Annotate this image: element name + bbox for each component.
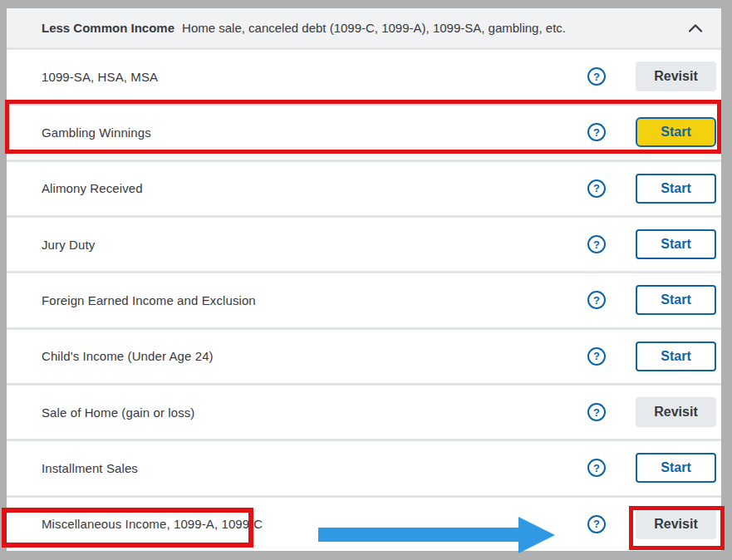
help-icon[interactable]: ? bbox=[587, 459, 606, 477]
row-action-button[interactable]: Revisit bbox=[636, 61, 716, 91]
row-action-button[interactable]: Start bbox=[636, 453, 716, 483]
row-action-button[interactable]: Start bbox=[636, 285, 716, 315]
row-label: Sale of Home (gain or loss) bbox=[42, 405, 587, 420]
section-subtitle: Home sale, canceled debt (1099-C, 1099-A… bbox=[182, 21, 566, 35]
row-label: Child's Income (Under Age 24) bbox=[42, 349, 587, 363]
help-icon[interactable]: ? bbox=[587, 347, 606, 366]
income-topic-row: Gambling Winnings ? Start bbox=[7, 106, 721, 159]
income-topic-row: Alimony Received ? Start bbox=[7, 162, 721, 215]
help-icon[interactable]: ? bbox=[587, 235, 606, 253]
income-topic-row: Child's Income (Under Age 24) ? Start bbox=[7, 330, 721, 383]
row-action-button[interactable]: Start bbox=[636, 229, 716, 259]
row-action-button[interactable]: Revisit bbox=[636, 397, 716, 427]
row-action-button[interactable]: Start bbox=[636, 117, 716, 147]
less-common-income-section: Less Common Income Home sale, canceled d… bbox=[0, 0, 732, 560]
income-topic-row: 1099-SA, HSA, MSA ? Revisit bbox=[7, 50, 721, 103]
section-title: Less Common Income bbox=[42, 21, 174, 35]
help-icon[interactable]: ? bbox=[587, 291, 606, 309]
income-topics-panel: Less Common Income Home sale, canceled d… bbox=[7, 8, 721, 551]
row-label: Jury Duty bbox=[42, 238, 587, 252]
row-label: Alimony Received bbox=[42, 181, 587, 195]
income-topic-row: Miscellaneous Income, 1099-A, 1099-C ? R… bbox=[7, 498, 721, 551]
help-icon[interactable]: ? bbox=[587, 515, 606, 533]
help-icon[interactable]: ? bbox=[587, 403, 606, 421]
income-topic-row: Foreign Earned Income and Exclusion ? St… bbox=[7, 273, 721, 327]
income-topic-row: Installment Sales ? Start bbox=[7, 441, 721, 494]
help-icon[interactable]: ? bbox=[587, 179, 606, 198]
income-topic-row: Sale of Home (gain or loss) ? Revisit bbox=[7, 386, 721, 439]
row-action-button[interactable]: Revisit bbox=[636, 509, 716, 539]
row-action-button[interactable]: Start bbox=[636, 341, 716, 371]
row-label: Installment Sales bbox=[42, 461, 587, 475]
row-label: 1099-SA, HSA, MSA bbox=[42, 70, 587, 84]
chevron-up-icon[interactable] bbox=[688, 23, 708, 33]
section-header-less-common-income[interactable]: Less Common Income Home sale, canceled d… bbox=[7, 8, 721, 47]
help-icon[interactable]: ? bbox=[587, 123, 606, 141]
row-label: Gambling Winnings bbox=[42, 125, 587, 140]
row-label: Foreign Earned Income and Exclusion bbox=[42, 293, 587, 307]
income-topic-row: Jury Duty ? Start bbox=[7, 218, 721, 271]
row-label: Miscellaneous Income, 1099-A, 1099-C bbox=[42, 517, 587, 531]
help-icon[interactable]: ? bbox=[587, 67, 606, 86]
row-action-button[interactable]: Start bbox=[636, 174, 716, 204]
